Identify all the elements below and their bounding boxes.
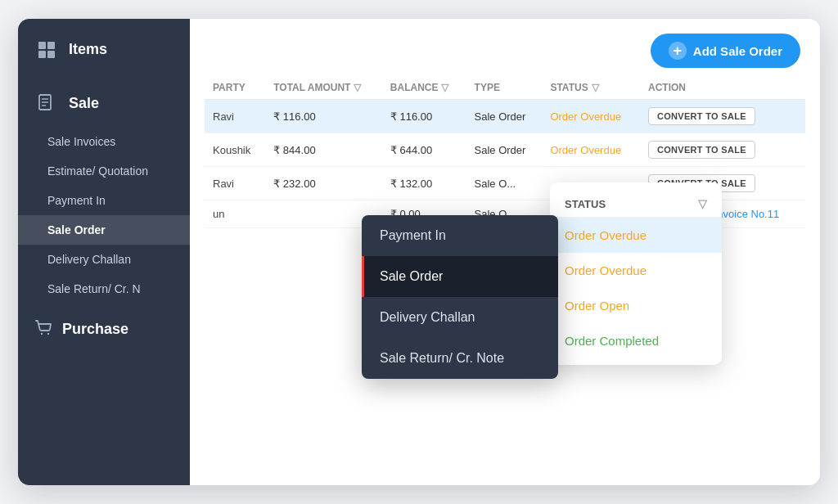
- top-bar: + Add Sale Order: [190, 19, 820, 76]
- status-item-completed[interactable]: Order Completed: [550, 323, 722, 358]
- col-action: ACTION: [640, 76, 805, 100]
- status-item-overdue-1[interactable]: Order Overdue: [550, 218, 722, 253]
- svg-rect-0: [38, 42, 46, 49]
- sidebar-purchase-header[interactable]: Purchase: [18, 304, 190, 352]
- type-cell: Sale O...: [466, 167, 543, 200]
- status-cell: Order Overdue: [542, 100, 640, 133]
- sale-sub-items: Sale Invoices Estimate/ Quotation Paymen…: [18, 127, 190, 304]
- sidebar-item-delivery-challan[interactable]: Delivery Challan: [18, 245, 190, 274]
- svg-rect-3: [47, 51, 55, 58]
- total-amount-filter-icon[interactable]: ▽: [354, 82, 361, 93]
- type-cell: Sale Order: [466, 133, 543, 167]
- svg-rect-2: [38, 51, 46, 58]
- col-party: PARTY: [205, 76, 265, 100]
- dropdown-item-payment-in[interactable]: Payment In: [362, 215, 558, 256]
- action-cell: CONVERT TO SALE: [640, 100, 805, 133]
- svg-point-8: [41, 333, 43, 335]
- convert-to-sale-button-1[interactable]: CONVERT TO SALE: [648, 107, 755, 125]
- col-total-amount: TOTAL AMOUNT ▽: [265, 76, 382, 100]
- main-content: + Add Sale Order PARTY TOTAL AMOUNT ▽: [190, 19, 820, 485]
- sidebar-sale-header[interactable]: Sale: [18, 73, 190, 127]
- status-dropdown-header: STATUS ▽: [550, 189, 722, 218]
- balance-cell: ₹ 116.00: [382, 100, 466, 133]
- convert-to-sale-button-2[interactable]: CONVERT TO SALE: [648, 141, 755, 159]
- purchase-label: Purchase: [62, 321, 128, 338]
- add-sale-button[interactable]: + Add Sale Order: [651, 34, 800, 68]
- action-cell: CONVERT TO SALE: [640, 133, 805, 167]
- sale-icon: [34, 91, 59, 115]
- status-dropdown-title: STATUS: [565, 198, 606, 210]
- balance-cell: ₹ 644.00: [382, 133, 466, 167]
- items-label: Items: [69, 41, 107, 58]
- type-cell: Sale Order: [466, 100, 543, 133]
- sidebar-item-sale-order[interactable]: Sale Order: [18, 215, 190, 245]
- dropdown-item-sale-order[interactable]: Sale Order: [362, 256, 558, 297]
- status-item-open[interactable]: Order Open: [550, 288, 722, 323]
- dropdown-item-delivery-challan[interactable]: Delivery Challan: [362, 297, 558, 338]
- table-row: Ravi ₹ 116.00 ₹ 116.00 Sale Order Order: [205, 100, 805, 133]
- sidebar-items-header[interactable]: Items: [18, 19, 190, 73]
- party-cell: un: [205, 200, 265, 228]
- items-section: Items: [18, 19, 190, 73]
- purchase-icon: [34, 318, 52, 340]
- col-type: TYPE: [466, 76, 543, 100]
- balance-filter-icon[interactable]: ▽: [441, 82, 448, 93]
- sidebar-item-estimate[interactable]: Estimate/ Quotation: [18, 156, 190, 186]
- svg-rect-1: [47, 42, 55, 49]
- plus-icon: +: [669, 42, 687, 60]
- total-amount-cell: ₹ 116.00: [265, 100, 382, 133]
- sale-label: Sale: [69, 95, 99, 112]
- party-cell: Koushik: [205, 133, 265, 167]
- status-item-overdue-2[interactable]: Order Overdue: [550, 253, 722, 288]
- col-balance: BALANCE ▽: [382, 76, 466, 100]
- items-icon: [34, 37, 59, 61]
- table-row: Koushik ₹ 844.00 ₹ 644.00 Sale Order Ord: [205, 133, 805, 167]
- sidebar-item-sale-return[interactable]: Sale Return/ Cr. N: [18, 274, 190, 304]
- dropdown-menu: Payment In Sale Order Delivery Challan S…: [362, 215, 558, 379]
- total-amount-cell: ₹ 232.00: [265, 167, 382, 200]
- party-cell: Ravi: [205, 100, 265, 133]
- sidebar: Items Sale Sale Invoices Estimate/ Quota…: [18, 19, 190, 485]
- status-filter-dropdown: STATUS ▽ Order Overdue Order Overdue Ord…: [550, 182, 722, 365]
- total-amount-cell: ₹ 844.00: [265, 133, 382, 167]
- sidebar-item-payment-in[interactable]: Payment In: [18, 186, 190, 215]
- balance-cell: ₹ 132.00: [382, 167, 466, 200]
- status-filter-icon-dropdown[interactable]: ▽: [698, 197, 707, 210]
- party-cell: Ravi: [205, 167, 265, 200]
- dropdown-item-sale-return[interactable]: Sale Return/ Cr. Note: [362, 338, 558, 379]
- svg-point-9: [47, 333, 49, 335]
- screen-wrapper: Items Sale Sale Invoices Estimate/ Quota…: [18, 19, 820, 485]
- status-filter-icon[interactable]: ▽: [592, 82, 599, 93]
- add-sale-label: Add Sale Order: [693, 44, 782, 58]
- sidebar-item-sale-invoices[interactable]: Sale Invoices: [18, 127, 190, 156]
- purchase-section: Purchase: [18, 304, 190, 352]
- status-cell: Order Overdue: [542, 133, 640, 167]
- sale-section: Sale Sale Invoices Estimate/ Quotation P…: [18, 73, 190, 304]
- col-status: STATUS ▽: [542, 76, 640, 100]
